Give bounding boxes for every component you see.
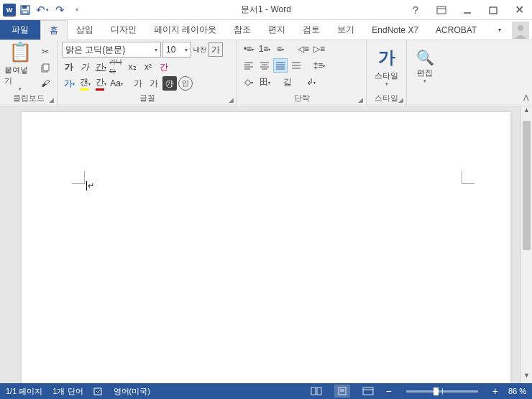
- status-proofing[interactable]: [93, 386, 104, 396]
- status-language[interactable]: 영어(미국): [114, 386, 150, 397]
- enclose-char1-button[interactable]: 가: [131, 76, 145, 91]
- tab-home[interactable]: 홈: [40, 20, 68, 40]
- svg-rect-1: [22, 6, 27, 9]
- tab-file[interactable]: 파일: [0, 20, 40, 40]
- tab-references[interactable]: 참조: [225, 20, 260, 40]
- editing-button[interactable]: 🔍 편집 ▾: [411, 42, 439, 91]
- zoom-out-button[interactable]: −: [386, 385, 392, 397]
- strikethrough-button[interactable]: 가나다: [109, 60, 124, 74]
- tab-design[interactable]: 디자인: [102, 20, 145, 40]
- cut-button[interactable]: ✂: [38, 45, 52, 59]
- view-read-button[interactable]: [308, 385, 324, 398]
- highlight-button[interactable]: 갠▾: [78, 76, 92, 91]
- align-left-button[interactable]: [242, 58, 256, 73]
- svg-rect-9: [43, 64, 49, 70]
- zoom-slider-knob[interactable]: [434, 387, 439, 395]
- word-app-icon: W: [3, 4, 16, 17]
- increase-indent-button[interactable]: ▷≡: [312, 42, 326, 56]
- font-color-button[interactable]: 간▾: [93, 76, 108, 91]
- zoom-level[interactable]: 86 %: [508, 387, 526, 395]
- text-effects-button[interactable]: 가▾: [62, 76, 76, 91]
- tab-mailings[interactable]: 편지: [260, 20, 294, 40]
- paste-button[interactable]: 📋 붙여넣기 ▾: [4, 42, 35, 91]
- font-name-combo[interactable]: 맑은 고딕(본문)▾: [62, 42, 161, 58]
- format-painter-button[interactable]: 🖌: [38, 76, 52, 91]
- tab-endnote[interactable]: EndNote X7: [363, 20, 427, 40]
- qat-redo-button[interactable]: ↷: [52, 2, 68, 18]
- styles-button[interactable]: 가 스타일 ▾: [371, 42, 402, 91]
- vertical-scrollbar[interactable]: ▲ ▼: [520, 106, 532, 383]
- close-button[interactable]: ✕: [509, 2, 529, 18]
- scroll-down-button[interactable]: ▼: [521, 372, 532, 383]
- minimize-button[interactable]: [457, 2, 477, 18]
- collapse-ribbon-button[interactable]: ᐱ: [523, 93, 529, 103]
- font-size-combo[interactable]: 10▾: [162, 42, 191, 58]
- tab-view[interactable]: 보기: [329, 20, 363, 40]
- document-page[interactable]: ↵: [22, 112, 510, 383]
- enclose-char3-button[interactable]: ㉮: [162, 76, 177, 91]
- multilevel-button[interactable]: ≡▾: [273, 42, 288, 56]
- view-web-button[interactable]: [360, 385, 376, 398]
- status-word-count[interactable]: 1개 단어: [52, 386, 83, 397]
- paragraph-launcher[interactable]: ◢: [358, 96, 363, 104]
- paragraph-group-label: 단락: [294, 93, 310, 102]
- help-button[interactable]: ?: [405, 2, 426, 18]
- find-icon: 🔍: [416, 49, 434, 66]
- svg-point-7: [518, 25, 523, 31]
- numbering-button[interactable]: 1≡▾: [257, 42, 272, 56]
- change-case-button[interactable]: Aa▾: [109, 76, 124, 91]
- qat-customize-button[interactable]: ▾: [69, 2, 85, 18]
- subscript-button[interactable]: x₂: [125, 60, 139, 74]
- ribbon-display-button[interactable]: [431, 2, 451, 18]
- borders-button[interactable]: 田▾: [257, 75, 272, 89]
- scroll-up-button[interactable]: ▲: [521, 106, 532, 118]
- align-center-button[interactable]: [257, 58, 272, 73]
- bold-button[interactable]: 가: [62, 60, 76, 74]
- tab-layout[interactable]: 페이지 레이아웃: [145, 20, 225, 40]
- zoom-in-button[interactable]: +: [492, 385, 498, 397]
- text-cursor: ↵: [86, 181, 94, 191]
- sort-button[interactable]: 긻: [280, 75, 295, 89]
- window-title: 문서1 - Word: [241, 4, 291, 16]
- decrease-indent-button[interactable]: ◁≡: [296, 42, 311, 56]
- svg-rect-25: [94, 388, 101, 395]
- grow-font-button[interactable]: 내천: [193, 42, 207, 57]
- qat-undo-button[interactable]: ↶▾: [35, 2, 50, 18]
- svg-rect-3: [437, 6, 446, 14]
- view-print-button[interactable]: [334, 385, 350, 398]
- superscript-button[interactable]: x²: [141, 60, 155, 74]
- enclose-char4-button[interactable]: 인: [178, 76, 193, 91]
- tab-insert[interactable]: 삽입: [68, 20, 102, 40]
- underline-button[interactable]: 간▾: [93, 60, 108, 74]
- shrink-font-button[interactable]: 가: [208, 42, 223, 57]
- styles-group-label: 스타일: [375, 93, 398, 102]
- clipboard-launcher[interactable]: ◢: [49, 96, 54, 104]
- bullets-button[interactable]: •≡▾: [242, 42, 256, 56]
- styles-launcher[interactable]: ◢: [398, 96, 403, 104]
- line-spacing-button[interactable]: ‡≡▾: [312, 58, 326, 73]
- scroll-thumb[interactable]: [523, 121, 531, 250]
- align-distribute-button[interactable]: [289, 58, 303, 73]
- font-launcher[interactable]: ◢: [229, 96, 234, 104]
- qat-save-button[interactable]: [17, 2, 33, 18]
- clear-format-button[interactable]: 간: [157, 60, 171, 74]
- shading-button[interactable]: ◇▾: [242, 75, 256, 89]
- show-marks-button[interactable]: ↲▾: [303, 75, 318, 89]
- clipboard-group-label: 클립보드: [13, 93, 45, 102]
- italic-button[interactable]: 가: [78, 60, 92, 74]
- ribbon-menu-button[interactable]: ▾: [490, 20, 509, 40]
- font-group-label: 글꼴: [139, 93, 155, 102]
- tab-acrobat[interactable]: ACROBAT: [427, 20, 485, 40]
- svg-rect-26: [311, 387, 316, 395]
- clipboard-icon: 📋: [9, 41, 32, 63]
- enclose-char2-button[interactable]: 가: [147, 76, 161, 91]
- user-account-icon[interactable]: [512, 22, 529, 39]
- status-page[interactable]: 1/1 페이지: [6, 386, 42, 397]
- svg-rect-6: [490, 7, 497, 14]
- tab-review[interactable]: 검토: [294, 20, 329, 40]
- maximize-button[interactable]: [483, 2, 503, 18]
- copy-button[interactable]: [38, 60, 52, 75]
- svg-rect-27: [317, 387, 321, 395]
- zoom-slider[interactable]: [406, 390, 478, 393]
- align-justify-button[interactable]: [273, 58, 288, 73]
